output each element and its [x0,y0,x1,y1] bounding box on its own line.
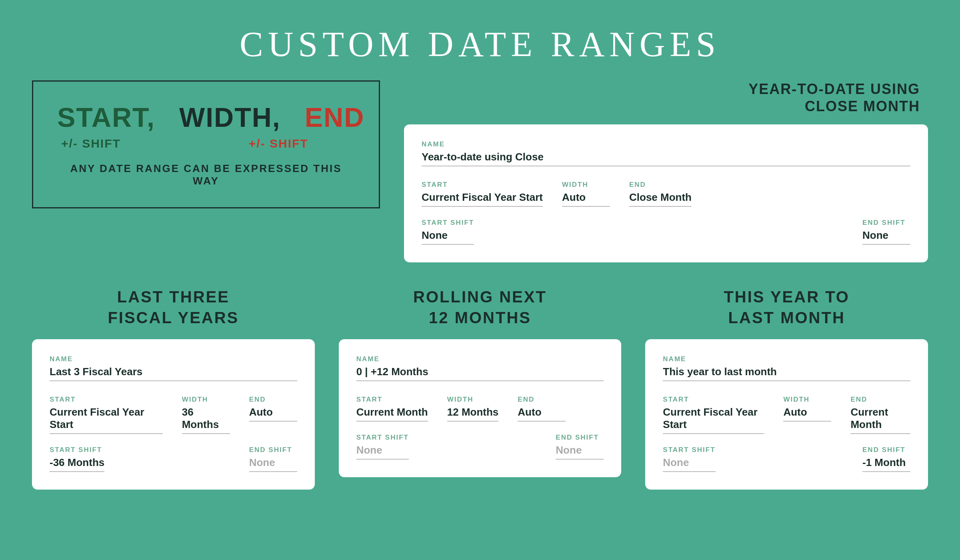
start-shift-value-1: None [356,444,409,460]
ytd-start-shift-value: None [422,229,474,245]
start-shift-group-2: START SHIFT None [663,446,715,472]
ytd-fields-row: START Current Fiscal Year Start WIDTH Au… [422,181,910,207]
page-title: CUSTOM DATE RANGES [0,0,960,64]
ytd-width-value: Auto [562,191,610,207]
start-value-0: Current Fiscal Year Start [50,406,163,434]
ytd-width-group: WIDTH Auto [562,181,610,207]
name-group-1: NAME 0 | +12 Months [356,355,604,381]
ytd-title: YEAR-TO-DATE USING CLOSE MONTH [404,80,928,115]
end-shift-label-0: END SHIFT [249,446,297,454]
example-card-0: NAME Last 3 Fiscal Years START Current F… [32,339,315,490]
width-group-2: WIDTH Auto [783,396,831,434]
end-value-1: Auto [518,406,566,422]
end-shift-label-1: END SHIFT [556,434,604,442]
ytd-name-value: Year-to-date using Close [422,151,910,166]
start-group-2: START Current Fiscal Year Start [663,396,764,434]
end-value-2: Current Month [850,406,910,434]
formula-box: START, WIDTH, END +/- SHIFT +/- SHIFT AN… [32,80,380,208]
start-shift-label-1: START SHIFT [356,434,409,442]
ytd-card: NAME Year-to-date using Close START Curr… [404,124,928,262]
end-shift-group-2: END SHIFT -1 Month [862,446,910,472]
end-shift-label-2: END SHIFT [862,446,910,454]
end-group-2: END Current Month [850,396,910,434]
formula-shifts: +/- SHIFT +/- SHIFT [57,137,355,150]
name-group-2: NAME This year to last month [663,355,910,381]
shift-row-0: START SHIFT -36 Months END SHIFT None [50,446,297,472]
example-card-1: NAME 0 | +12 Months START Current Month … [339,339,622,477]
start-shift-value-2: None [663,456,715,472]
example-col-2: THIS YEAR TO LAST MONTH NAME This year t… [645,286,928,490]
end-shift-value-1: None [556,444,604,460]
ytd-start-group: START Current Fiscal Year Start [422,181,543,207]
start-shift-group-0: START SHIFT -36 Months [50,446,104,472]
end-shift-value-0: None [249,456,297,472]
shift-row-1: START SHIFT None END SHIFT None [356,434,604,460]
ytd-section: YEAR-TO-DATE USING CLOSE MONTH NAME Year… [404,80,928,262]
example-col-0: LAST THREE FISCAL YEARS NAME Last 3 Fisc… [32,286,315,490]
ytd-end-shift-value: None [862,229,910,245]
ytd-end-label: END [629,181,692,189]
start-group-0: START Current Fiscal Year Start [50,396,163,434]
width-value-0: 36 Months [182,406,230,434]
bottom-section: LAST THREE FISCAL YEARS NAME Last 3 Fisc… [0,286,960,490]
start-shift-group-1: START SHIFT None [356,434,409,460]
ytd-name-label: NAME [422,140,910,148]
example-title-1: ROLLING NEXT 12 MONTHS [339,286,622,328]
start-group-1: START Current Month [356,396,428,422]
end-shift-group-0: END SHIFT None [249,446,297,472]
ytd-start-value: Current Fiscal Year Start [422,191,543,207]
formula-tagline: ANY DATE RANGE CAN BE EXPRESSED THIS WAY [57,162,355,187]
ytd-end-shift-label: END SHIFT [862,219,910,227]
ytd-start-shift-label: START SHIFT [422,219,474,227]
name-group-0: NAME Last 3 Fiscal Years [50,355,297,381]
end-label-0: END [249,396,297,404]
fields-row-1: START Current Month WIDTH 12 Months END … [356,396,604,422]
end-value-0: Auto [249,406,297,422]
ytd-shift-row: START SHIFT None END SHIFT None [422,219,910,245]
end-shift-group-1: END SHIFT None [556,434,604,460]
start-label-2: START [663,396,764,404]
shift-row-2: START SHIFT None END SHIFT -1 Month [663,446,910,472]
start-value-2: Current Fiscal Year Start [663,406,764,434]
width-value-2: Auto [783,406,831,422]
shift-end-label: +/- SHIFT [249,137,308,150]
fields-row-2: START Current Fiscal Year Start WIDTH Au… [663,396,910,434]
width-label-1: WIDTH [447,396,499,404]
ytd-width-label: WIDTH [562,181,610,189]
example-col-1: ROLLING NEXT 12 MONTHS NAME 0 | +12 Mont… [339,286,622,477]
start-shift-value-0: -36 Months [50,456,104,472]
end-group-1: END Auto [518,396,566,422]
formula-width-label: WIDTH, [179,102,281,133]
ytd-end-value: Close Month [629,191,692,207]
width-label-2: WIDTH [783,396,831,404]
start-label-1: START [356,396,428,404]
example-card-2: NAME This year to last month START Curre… [645,339,928,490]
example-title-0: LAST THREE FISCAL YEARS [32,286,315,328]
ytd-start-label: START [422,181,543,189]
name-label-1: NAME [356,355,604,363]
start-label-0: START [50,396,163,404]
formula-start-label: START, [57,102,155,133]
ytd-end-group: END Close Month [629,181,692,207]
fields-row-0: START Current Fiscal Year Start WIDTH 36… [50,396,297,434]
name-label-0: NAME [50,355,297,363]
formula-row: START, WIDTH, END [57,102,355,133]
name-value-1: 0 | +12 Months [356,366,604,381]
ytd-start-shift-group: START SHIFT None [422,219,474,245]
end-group-0: END Auto [249,396,297,434]
top-section: START, WIDTH, END +/- SHIFT +/- SHIFT AN… [0,80,960,262]
end-shift-value-2: -1 Month [862,456,910,472]
width-group-1: WIDTH 12 Months [447,396,499,422]
shift-start-label: +/- SHIFT [61,137,121,150]
ytd-name-group: NAME Year-to-date using Close [422,140,910,166]
name-value-0: Last 3 Fiscal Years [50,366,297,381]
name-value-2: This year to last month [663,366,910,381]
width-label-0: WIDTH [182,396,230,404]
width-value-1: 12 Months [447,406,499,422]
end-label-2: END [850,396,910,404]
end-label-1: END [518,396,566,404]
ytd-end-shift-group: END SHIFT None [862,219,910,245]
name-label-2: NAME [663,355,910,363]
start-shift-label-2: START SHIFT [663,446,715,454]
example-title-2: THIS YEAR TO LAST MONTH [645,286,928,328]
